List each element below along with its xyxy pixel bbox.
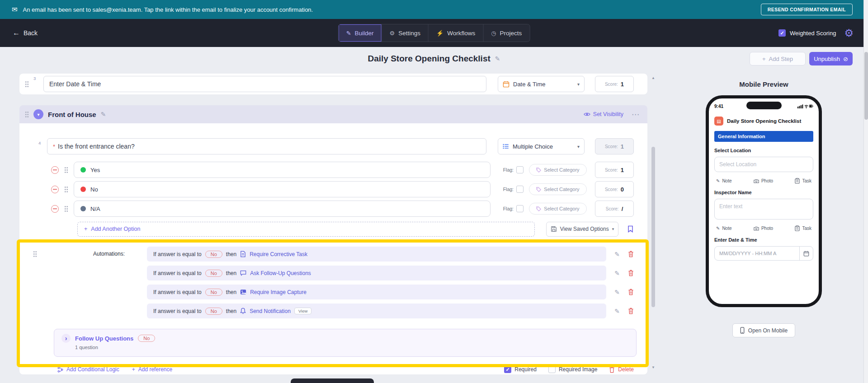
delete-question-button[interactable]: Delete <box>609 366 634 373</box>
task-button[interactable]: Task <box>795 178 811 184</box>
option-input[interactable]: No <box>74 181 491 197</box>
content-scrollbar[interactable]: ▲ ▼ <box>651 76 656 369</box>
unpublish-button[interactable]: Unpublish ⊘ <box>809 52 853 65</box>
edit-title-icon[interactable]: ✎ <box>495 55 500 62</box>
phone-mockup: 9:41 ▤ Daily Store Opening Checklist Gen… <box>706 95 822 307</box>
score-box[interactable]: Score: 1 <box>595 162 634 178</box>
back-button[interactable]: ← Back <box>13 19 38 47</box>
step-title-input[interactable]: Enter Date & Time <box>43 76 486 92</box>
select-category-button[interactable]: Select Category <box>529 203 587 215</box>
delete-automation-icon[interactable] <box>628 289 634 295</box>
bookmark-icon[interactable] <box>627 225 633 233</box>
drag-handle-icon[interactable] <box>33 251 37 257</box>
score-box[interactable]: Score: 0 <box>595 181 634 197</box>
score-box[interactable]: Score: 1 <box>595 76 634 92</box>
connector-text: then <box>226 251 236 257</box>
expand-icon[interactable]: › <box>61 334 71 343</box>
edit-automation-icon[interactable]: ✎ <box>614 251 620 258</box>
edit-section-icon[interactable]: ✎ <box>101 111 106 118</box>
flag-checkbox[interactable] <box>516 186 524 193</box>
tab-workflows[interactable]: ⚡ Workflows <box>429 24 483 42</box>
tab-settings[interactable]: ⚙ Settings <box>382 24 429 42</box>
add-step-button[interactable]: + Add Step <box>750 52 806 65</box>
open-on-mobile-button[interactable]: Open On Mobile <box>732 323 795 337</box>
page-scrollbar-thumb[interactable] <box>864 52 868 120</box>
tab-builder[interactable]: ✎ Builder <box>339 24 382 42</box>
score-box[interactable]: Score: / <box>595 201 634 217</box>
tab-projects[interactable]: ◷ Projects <box>483 24 529 42</box>
drag-handle-icon[interactable] <box>64 167 68 173</box>
add-reference-button[interactable]: + Add reference <box>132 366 172 373</box>
required-image-checkbox[interactable] <box>548 366 556 373</box>
set-visibility-button[interactable]: Set Visibility <box>584 111 623 117</box>
option-input[interactable]: Yes <box>74 162 491 178</box>
add-conditional-logic-label: Add Conditional Logic <box>66 366 119 373</box>
page-scrollbar[interactable] <box>863 0 868 383</box>
drag-handle-icon[interactable] <box>25 111 29 118</box>
drag-handle-icon[interactable] <box>25 81 29 88</box>
inspector-name-input[interactable]: Enter text <box>714 199 813 220</box>
multiple-choice-icon <box>503 144 509 149</box>
flag-toggle[interactable]: Flag: <box>503 205 524 212</box>
flag-checkbox[interactable] <box>516 205 524 212</box>
photo-label: Photo <box>761 226 773 231</box>
question-type-select[interactable]: Multiple Choice ▾ <box>498 138 585 154</box>
weighted-scoring-checkbox[interactable]: ✓ <box>778 29 786 37</box>
required-checkbox[interactable]: ✓ <box>504 366 511 373</box>
flag-label: Flag: <box>503 206 514 211</box>
remove-option-icon[interactable] <box>51 186 59 193</box>
photo-button[interactable]: Photo <box>754 226 773 231</box>
scrollbar-thumb[interactable] <box>651 147 655 307</box>
question-text-input[interactable]: * Is the front entrance clean? <box>47 138 486 154</box>
automation-action-link[interactable]: Send Notification <box>250 308 291 314</box>
add-conditional-logic-button[interactable]: Add Conditional Logic <box>57 366 119 373</box>
bottom-toolbar-partial[interactable] <box>291 378 374 383</box>
option-input[interactable]: N/A <box>74 201 491 217</box>
corrective-task-icon <box>240 251 246 257</box>
view-saved-options-button[interactable]: View Saved Options ▾ <box>546 222 618 237</box>
photo-button[interactable]: Photo <box>754 178 773 183</box>
follow-up-questions-card[interactable]: › Follow Up Questions No 1 question <box>54 329 637 357</box>
task-button[interactable]: Task <box>795 225 811 231</box>
select-location-input[interactable]: Select Location <box>714 157 813 172</box>
edit-automation-icon[interactable]: ✎ <box>614 308 620 315</box>
scroll-down-icon[interactable]: ▼ <box>651 365 656 369</box>
select-category-button[interactable]: Select Category <box>529 164 587 176</box>
automation-action-link[interactable]: Require Image Capture <box>250 289 307 295</box>
delete-automation-icon[interactable] <box>628 308 634 314</box>
remove-option-icon[interactable] <box>51 166 59 174</box>
drag-handle-icon[interactable] <box>64 206 68 212</box>
edit-automation-icon[interactable]: ✎ <box>614 289 620 296</box>
delete-automation-icon[interactable] <box>628 270 634 276</box>
edit-automation-icon[interactable]: ✎ <box>614 270 620 277</box>
weighted-scoring-toggle[interactable]: ✓ Weighted Scoring <box>778 29 836 37</box>
automation-rule: If answer is equal to No then Send Notif… <box>147 304 606 318</box>
date-time-input[interactable]: MM/DD/YYYY - HH:MM A <box>714 246 813 261</box>
flag-checkbox[interactable] <box>516 166 524 173</box>
required-toggle[interactable]: ✓ Required <box>504 366 537 373</box>
delete-automation-icon[interactable] <box>628 251 634 257</box>
note-button[interactable]: ✎Note <box>716 226 732 231</box>
select-category-button[interactable]: Select Category <box>529 183 587 195</box>
option-row-no: No Flag: Select Category Score: 0 <box>51 181 634 197</box>
section-title: Front of House <box>48 111 96 118</box>
drag-handle-icon[interactable] <box>64 186 68 193</box>
score-value: 0 <box>621 186 624 193</box>
collapse-section-icon[interactable]: ▾ <box>33 109 43 119</box>
scroll-up-icon[interactable]: ▲ <box>651 76 656 80</box>
settings-gear-icon[interactable]: ⚙ <box>844 28 854 38</box>
add-another-option-button[interactable]: + Add Another Option <box>77 222 535 237</box>
automation-action-link[interactable]: Ask Follow-Up Questions <box>250 270 311 276</box>
note-button[interactable]: ✎Note <box>716 178 732 183</box>
response-type-select[interactable]: Date & Time ▾ <box>498 76 585 92</box>
automation-action-link[interactable]: Require Corrective Task <box>250 251 307 257</box>
remove-option-icon[interactable] <box>51 205 59 213</box>
note-label: Note <box>722 226 731 231</box>
flag-toggle[interactable]: Flag: <box>503 186 524 193</box>
flag-toggle[interactable]: Flag: <box>503 166 524 173</box>
resend-confirmation-button[interactable]: RESEND CONFIRMATION EMAIL <box>761 4 853 15</box>
score-label: Score: <box>606 206 619 211</box>
required-image-toggle[interactable]: Required Image <box>548 366 597 373</box>
more-options-icon[interactable]: ⋯ <box>632 110 639 119</box>
view-chip[interactable]: View <box>294 308 311 314</box>
